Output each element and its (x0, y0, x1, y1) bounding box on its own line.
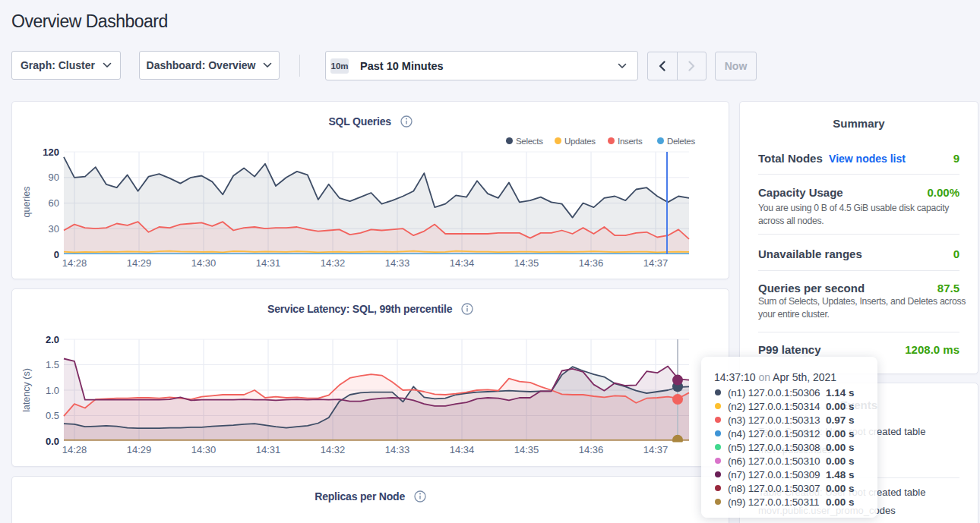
svg-text:0.0: 0.0 (46, 436, 59, 447)
svg-text:14:28: 14:28 (62, 257, 87, 269)
svg-text:14:31: 14:31 (256, 444, 281, 455)
svg-text:0: 0 (54, 249, 59, 260)
svg-text:14:35: 14:35 (514, 444, 539, 455)
svg-text:14:33: 14:33 (385, 444, 410, 455)
svg-text:14:31: 14:31 (256, 257, 281, 269)
svg-text:60: 60 (49, 197, 59, 209)
svg-text:2.0: 2.0 (46, 334, 59, 345)
svg-text:14:36: 14:36 (579, 257, 604, 269)
svg-text:14:37: 14:37 (643, 444, 669, 455)
svg-text:14:29: 14:29 (127, 257, 152, 269)
svg-text:14:37: 14:37 (643, 257, 669, 269)
svg-text:120: 120 (43, 147, 59, 158)
svg-text:1.0: 1.0 (46, 385, 59, 396)
svg-text:14:30: 14:30 (191, 444, 217, 455)
svg-text:latency (s): latency (s) (21, 368, 32, 412)
svg-text:14:30: 14:30 (191, 257, 217, 269)
svg-text:14:33: 14:33 (385, 257, 410, 269)
svg-text:14:29: 14:29 (127, 444, 152, 455)
svg-text:30: 30 (49, 223, 59, 235)
svg-text:0.5: 0.5 (46, 410, 59, 421)
svg-text:14:35: 14:35 (514, 257, 539, 269)
svg-text:90: 90 (49, 172, 59, 183)
svg-text:queries: queries (21, 187, 32, 218)
svg-text:14:34: 14:34 (450, 444, 475, 455)
svg-text:14:36: 14:36 (579, 444, 604, 455)
svg-text:14:32: 14:32 (321, 444, 346, 455)
svg-text:14:32: 14:32 (321, 257, 346, 269)
svg-text:14:28: 14:28 (62, 444, 87, 455)
svg-text:14:34: 14:34 (450, 257, 475, 269)
svg-text:1.5: 1.5 (46, 359, 59, 370)
